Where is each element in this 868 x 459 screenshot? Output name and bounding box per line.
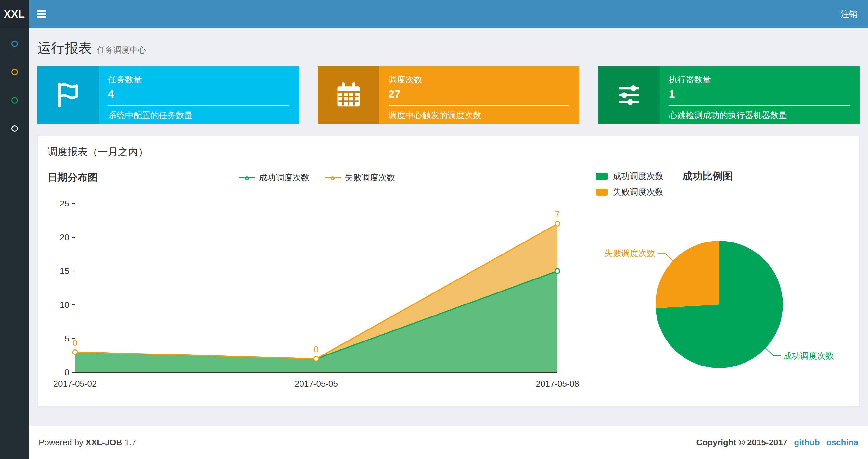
calendar-icon	[318, 66, 379, 124]
info-box-progress	[108, 105, 289, 106]
sidebar-item-jobs[interactable]	[0, 69, 29, 77]
svg-text:15: 15	[60, 266, 69, 276]
info-box-title: 任务数量	[108, 74, 289, 86]
powered-by: Powered by XXL-JOB 1.7	[39, 437, 136, 448]
svg-text:2017-05-05: 2017-05-05	[294, 379, 338, 389]
info-box-number: 1	[669, 88, 850, 100]
hamburger-bar	[37, 13, 46, 14]
schedule-report-panel: 调度报表（一月之内） 日期分布图 成功调度次数 失败调度次数	[37, 136, 860, 407]
sidebar-item-executors[interactable]	[0, 125, 29, 134]
svg-text:20: 20	[60, 232, 69, 242]
legend-label: 失败调度次数	[613, 186, 663, 198]
info-box-jobs: 任务数量 4 系统中配置的任务数量	[37, 66, 299, 124]
calendar-icon	[334, 80, 364, 110]
line-series-marker-icon	[239, 177, 255, 178]
svg-text:成功调度次数: 成功调度次数	[783, 351, 834, 361]
success-ratio-pie-chart: 成功调度次数失败调度次数	[596, 202, 843, 384]
sidebar-item-logs[interactable]	[0, 97, 29, 106]
info-box-description: 系统中配置的任务数量	[108, 110, 289, 121]
svg-text:2017-05-02: 2017-05-02	[54, 379, 97, 389]
pie-series-marker-icon	[596, 173, 608, 180]
legend-label: 失败调度次数	[345, 172, 395, 184]
main-content: 运行报表任务调度中心 任务数量 4 系统中配置的任务数量	[29, 28, 868, 407]
date-distribution-section: 日期分布图 成功调度次数 失败调度次数 05101520252017-05-02…	[48, 167, 582, 393]
info-box-description: 心跳检测成功的执行器机器数量	[669, 110, 850, 121]
info-box-number: 4	[108, 88, 289, 100]
pie-chart-legend: 成功调度次数 失败调度次数	[596, 170, 663, 198]
info-box-triggers: 调度次数 27 调度中心触发的调度次数	[318, 66, 579, 124]
circle-outline-icon	[11, 69, 18, 75]
legend-label: 成功调度次数	[259, 172, 310, 184]
legend-label: 成功调度次数	[613, 170, 663, 182]
flag-icon	[37, 66, 99, 124]
sidebar-item-report[interactable]	[0, 40, 29, 50]
logout-button[interactable]: 注销	[830, 0, 868, 28]
sliders-icon	[598, 66, 660, 124]
hamburger-bar	[37, 16, 46, 18]
svg-text:7: 7	[555, 209, 560, 219]
page-subtitle: 任务调度中心	[97, 45, 146, 54]
top-navbar: XXL 注销	[0, 0, 868, 28]
info-box-title: 执行器数量	[669, 74, 850, 86]
svg-text:2017-05-08: 2017-05-08	[536, 379, 579, 389]
navbar-spacer	[54, 0, 830, 28]
pie-chart-title: 成功比例图	[682, 170, 733, 182]
flag-icon	[53, 80, 83, 110]
marker-dot-icon	[245, 176, 249, 180]
pie-series-marker-icon	[596, 189, 608, 196]
panel-body: 日期分布图 成功调度次数 失败调度次数 05101520252017-05-02…	[38, 164, 859, 406]
circle-outline-icon	[11, 40, 18, 47]
product-name: XXL-JOB	[86, 437, 122, 447]
panel-title: 调度报表（一月之内）	[38, 136, 859, 164]
powered-by-prefix: Powered by	[39, 437, 83, 447]
info-box-content: 调度次数 27 调度中心触发的调度次数	[379, 66, 579, 124]
sidebar	[0, 28, 29, 459]
info-box-description: 调度中心触发的调度次数	[389, 110, 569, 121]
svg-text:0: 0	[73, 338, 77, 348]
footer-right: Copyright © 2015-2017 github oschina	[696, 437, 858, 448]
circle-outline-icon	[11, 97, 18, 103]
success-ratio-section: 成功调度次数 失败调度次数 成功比例图 成功调度次数失败调度次数	[582, 167, 853, 393]
line-chart-legend: 成功调度次数 失败调度次数	[239, 172, 441, 184]
product-version: 1.7	[124, 437, 136, 447]
svg-text:失败调度次数: 失败调度次数	[604, 248, 655, 258]
footer: Powered by XXL-JOB 1.7 Copyright © 2015-…	[29, 426, 868, 459]
legend-item-success[interactable]: 成功调度次数	[239, 172, 310, 184]
circle-outline-icon	[11, 125, 18, 132]
svg-text:0: 0	[65, 367, 69, 377]
svg-text:25: 25	[60, 199, 69, 208]
app-logo[interactable]: XXL	[0, 0, 29, 28]
info-box-progress	[389, 105, 569, 106]
date-distribution-chart: 05101520252017-05-022017-05-052017-05-08…	[48, 194, 580, 393]
github-link[interactable]: github	[794, 437, 819, 448]
svg-text:10: 10	[60, 300, 69, 310]
info-box-title: 调度次数	[389, 74, 569, 86]
line-chart-title: 日期分布图	[48, 171, 98, 185]
svg-text:0: 0	[314, 345, 318, 354]
legend-item-fail[interactable]: 失败调度次数	[324, 172, 395, 184]
info-box-number: 27	[389, 88, 569, 100]
legend-item-fail[interactable]: 失败调度次数	[596, 186, 663, 198]
info-box-row: 任务数量 4 系统中配置的任务数量	[29, 66, 868, 124]
line-chart-header: 日期分布图 成功调度次数 失败调度次数	[48, 167, 582, 188]
content-header: 运行报表任务调度中心	[29, 28, 868, 64]
svg-text:5: 5	[65, 334, 69, 343]
oschina-link[interactable]: oschina	[827, 437, 858, 448]
copyright-text: Copyright © 2015-2017	[696, 437, 788, 448]
info-box-content: 任务数量 4 系统中配置的任务数量	[99, 66, 299, 124]
hamburger-bar	[37, 10, 46, 12]
pie-chart-header: 成功调度次数 失败调度次数 成功比例图	[596, 170, 853, 198]
info-box-progress	[669, 105, 850, 106]
page-title: 运行报表任务调度中心	[37, 39, 860, 57]
legend-item-success[interactable]: 成功调度次数	[596, 170, 663, 182]
info-box-content: 执行器数量 1 心跳检测成功的执行器机器数量	[660, 66, 860, 124]
marker-dot-icon	[331, 176, 335, 180]
page-title-text: 运行报表	[37, 40, 92, 56]
line-series-marker-icon	[324, 177, 341, 178]
info-box-executors: 执行器数量 1 心跳检测成功的执行器机器数量	[598, 66, 860, 124]
hamburger-menu-icon[interactable]	[29, 0, 54, 28]
sliders-icon	[614, 80, 644, 110]
